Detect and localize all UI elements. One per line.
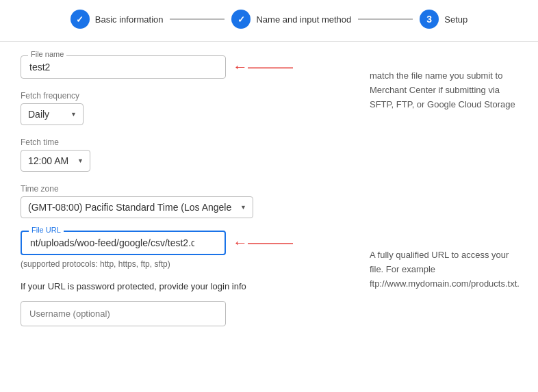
fetch-time-label: Fetch time xyxy=(21,138,335,147)
fetch-time-select-wrapper: 12:00 AM 1:00 AM 2:00 AM 3:00 AM xyxy=(21,150,90,172)
filename-note: match the file name you submit to Mercha… xyxy=(370,69,524,112)
step-name-input: ✓ Name and input method xyxy=(231,10,351,29)
username-group xyxy=(21,301,335,326)
file-name-field: File name xyxy=(21,55,226,79)
step-label-setup: Setup xyxy=(444,14,467,25)
stepper: ✓ Basic information ✓ Name and input met… xyxy=(0,0,538,42)
step-circle-name: ✓ xyxy=(231,10,251,29)
step-number-setup: 3 xyxy=(426,14,432,25)
file-url-label: File URL xyxy=(29,226,64,234)
left-panel: File name ←――― Fetch frequency Daily Wee… xyxy=(0,42,356,352)
time-zone-select[interactable]: (GMT-08:00) Pacific Standard Time (Los A… xyxy=(21,196,253,218)
fetch-time-group: Fetch time 12:00 AM 1:00 AM 2:00 AM 3:00… xyxy=(21,138,335,172)
file-url-hint: (supported protocols: http, https, ftp, … xyxy=(21,259,335,269)
password-notice: If your URL is password protected, provi… xyxy=(21,281,335,291)
step-label-name: Name and input method xyxy=(256,14,351,25)
time-zone-group: Time zone (GMT-08:00) Pacific Standard T… xyxy=(21,184,335,218)
file-url-field: File URL xyxy=(21,231,226,255)
right-panel: match the file name you submit to Mercha… xyxy=(356,42,538,352)
file-url-group: File URL ←――― (supported protocols: http… xyxy=(21,231,335,269)
file-name-label: File name xyxy=(28,50,66,58)
step-line-1 xyxy=(170,18,225,20)
time-zone-label: Time zone xyxy=(21,184,335,194)
file-name-group: File name ←――― xyxy=(21,55,335,79)
step-circle-basic: ✓ xyxy=(71,10,90,29)
file-url-row: File URL ←――― xyxy=(21,231,335,255)
username-input[interactable] xyxy=(21,301,226,326)
fetch-frequency-label: Fetch frequency xyxy=(21,91,335,101)
step-label-basic: Basic information xyxy=(95,14,164,25)
fetch-frequency-group: Fetch frequency Daily Weekly Monthly xyxy=(21,91,335,125)
time-zone-select-wrapper: (GMT-08:00) Pacific Standard Time (Los A… xyxy=(21,196,253,218)
step-circle-setup: 3 xyxy=(420,10,439,29)
step-basic-information: ✓ Basic information xyxy=(71,10,164,29)
fetch-frequency-select-wrapper: Daily Weekly Monthly xyxy=(21,103,84,125)
arrow-icon-url: ←――― xyxy=(233,234,293,252)
checkmark-icon: ✓ xyxy=(76,14,84,25)
arrow-icon-filename: ←――― xyxy=(233,58,293,76)
fetch-frequency-select[interactable]: Daily Weekly Monthly xyxy=(21,103,84,125)
file-name-row: File name ←――― xyxy=(21,55,335,79)
checkmark-icon-2: ✓ xyxy=(238,14,245,25)
url-note: A fully qualified URL to access your fil… xyxy=(370,248,524,291)
step-setup: 3 Setup xyxy=(420,10,467,29)
file-url-input[interactable] xyxy=(30,237,194,248)
main-content: File name ←――― Fetch frequency Daily Wee… xyxy=(0,42,538,352)
file-name-input[interactable] xyxy=(29,62,217,73)
fetch-time-select[interactable]: 12:00 AM 1:00 AM 2:00 AM 3:00 AM xyxy=(21,150,90,172)
step-line-2 xyxy=(358,18,413,20)
